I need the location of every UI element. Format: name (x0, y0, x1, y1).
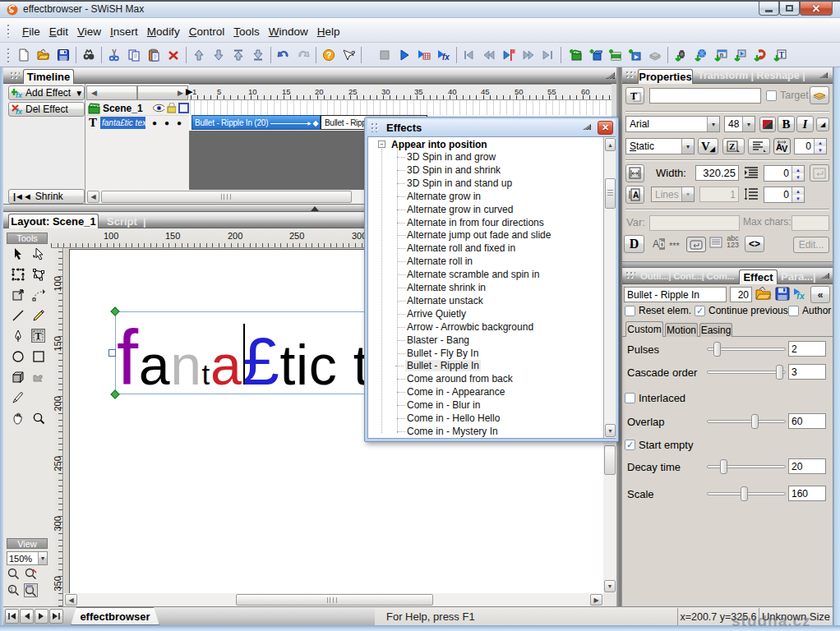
svg-text:fx: fx (16, 91, 23, 99)
svg-text:n: n (720, 52, 723, 58)
svg-text:fx: fx (442, 53, 450, 62)
svg-text:?: ? (326, 50, 332, 60)
svg-text:T: T (35, 330, 41, 342)
svg-text:V: V (782, 144, 788, 153)
svg-text:Z: Z (729, 141, 735, 151)
svg-text:fx: fx (796, 291, 805, 301)
svg-text:1: 1 (10, 587, 13, 592)
svg-text:?: ? (351, 49, 355, 58)
svg-text:fx: fx (16, 108, 23, 115)
svg-text:A: A (633, 191, 639, 200)
svg-text:T: T (630, 90, 637, 102)
svg-text:T: T (779, 51, 785, 59)
